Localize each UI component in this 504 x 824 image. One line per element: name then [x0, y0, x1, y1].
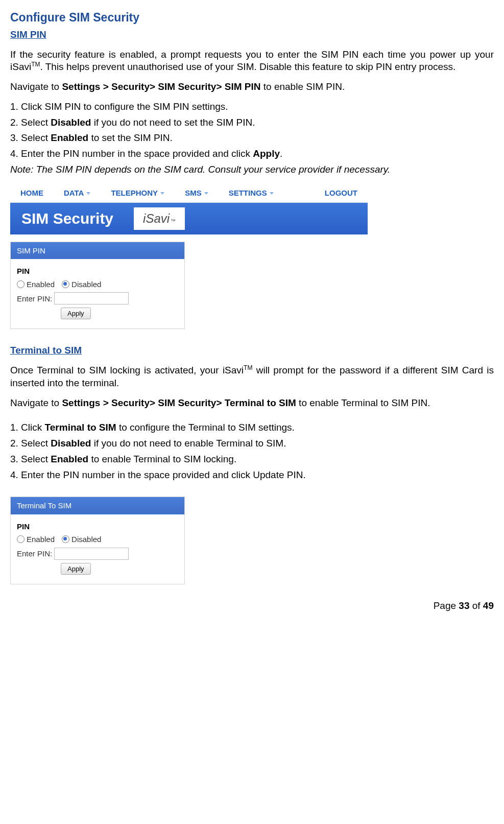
- nav-data[interactable]: DATA: [64, 188, 90, 198]
- panel-body: PIN Enabled Disabled Enter PIN: Apply: [11, 514, 184, 584]
- pin-label: PIN: [17, 266, 178, 276]
- radio-enabled-label: Enabled: [27, 279, 55, 290]
- text: 2. Select: [10, 438, 51, 449]
- text: to enable SIM PIN.: [261, 81, 345, 92]
- isavi-logo: iSavi™: [134, 207, 185, 229]
- pin-label: PIN: [17, 522, 178, 532]
- page-footer: Page 33 of 49: [10, 600, 494, 613]
- t-step-1: 1. Click Terminal to SIM to configure th…: [10, 421, 494, 434]
- nav-logout[interactable]: LOGOUT: [325, 188, 357, 198]
- text-bold: Enabled: [51, 454, 88, 464]
- text: Navigate to: [10, 81, 62, 92]
- t-step-3: 3. Select Enabled to enable Terminal to …: [10, 453, 494, 466]
- text: 3. Select: [10, 454, 51, 464]
- chevron-down-icon: [86, 192, 90, 195]
- chevron-down-icon: [204, 192, 208, 195]
- enter-pin-label: Enter PIN:: [17, 549, 52, 559]
- chevron-down-icon: [160, 192, 164, 195]
- section-sim-pin-heading: SIM PIN: [10, 29, 494, 41]
- panel-body: PIN Enabled Disabled Enter PIN: Apply: [11, 259, 184, 328]
- page-banner: SIM Security iSavi™: [10, 203, 368, 234]
- text: to enable Terminal to SIM PIN.: [296, 397, 430, 408]
- nav-path: Settings > Security> SIM Security> Termi…: [62, 397, 296, 408]
- step-4: 4. Enter the PIN number in the space pro…: [10, 148, 494, 160]
- radio-enabled[interactable]: [17, 280, 25, 288]
- radio-disabled-label: Disabled: [71, 279, 101, 290]
- nav-label: TELEPHONY: [111, 188, 158, 198]
- enter-pin-row: Enter PIN:: [17, 292, 178, 304]
- enter-pin-label: Enter PIN:: [17, 294, 52, 304]
- navbar: HOME DATA TELEPHONY SMS SETTINGS LOGOUT: [10, 183, 368, 203]
- nav-home[interactable]: HOME: [20, 188, 43, 198]
- tm-mark: ™: [171, 218, 176, 224]
- radio-enabled[interactable]: [17, 535, 25, 543]
- nav-label: HOME: [20, 188, 43, 198]
- page-title: Configure SIM Security: [10, 10, 494, 26]
- step-3: 3. Select Enabled to set the SIM PIN.: [10, 132, 494, 145]
- apply-button[interactable]: Apply: [61, 308, 91, 319]
- enter-pin-row: Enter PIN:: [17, 548, 178, 560]
- step-1: 1. Click SIM PIN to configure the SIM PI…: [10, 101, 494, 113]
- nav-label: LOGOUT: [325, 188, 357, 198]
- text-bold: Disabled: [51, 117, 91, 128]
- text: Once Terminal to SIM locking is activate…: [10, 365, 244, 375]
- radio-enabled-label: Enabled: [27, 534, 55, 545]
- screenshot-sim-pin: HOME DATA TELEPHONY SMS SETTINGS LOGOUT …: [10, 183, 494, 329]
- text: Page: [434, 600, 459, 611]
- text: 2. Select: [10, 117, 51, 128]
- sim-pin-intro: If the security feature is enabled, a pr…: [10, 49, 494, 74]
- sim-pin-panel: SIM PIN PIN Enabled Disabled Enter PIN: …: [10, 242, 185, 329]
- banner-title: SIM Security: [10, 208, 113, 228]
- text: if you do not need to set the SIM PIN.: [91, 117, 255, 128]
- nav-label: SETTINGS: [229, 188, 267, 198]
- pin-radio-row: Enabled Disabled: [17, 279, 178, 290]
- pin-radio-row: Enabled Disabled: [17, 534, 178, 545]
- apply-button[interactable]: Apply: [61, 563, 91, 575]
- text-bold: Enabled: [51, 132, 88, 143]
- text: if you do not need to enable Terminal to…: [91, 438, 286, 449]
- pin-input[interactable]: [54, 292, 129, 304]
- sim-pin-note: Note: The SIM PIN depends on the SIM car…: [10, 163, 494, 176]
- text: Navigate to: [10, 397, 62, 408]
- text: to configure the Terminal to SIM setting…: [116, 422, 295, 433]
- text: to enable Terminal to SIM locking.: [88, 454, 236, 464]
- screenshot-terminal: Terminal To SIM PIN Enabled Disabled Ent…: [10, 497, 494, 584]
- radio-disabled[interactable]: [62, 280, 69, 288]
- radio-disabled-label: Disabled: [71, 534, 101, 545]
- nav-path: Settings > Security> SIM Security> SIM P…: [62, 81, 260, 92]
- pin-input[interactable]: [54, 548, 129, 560]
- t-step-4: 4. Enter the PIN number in the space pro…: [10, 469, 494, 482]
- text: . This helps prevent unauthorised use of…: [40, 62, 456, 73]
- logo-text: iSavi: [143, 210, 170, 226]
- terminal-nav: Navigate to Settings > Security> SIM Sec…: [10, 397, 494, 410]
- tm-mark: TM: [244, 364, 252, 371]
- text-bold: Apply: [253, 148, 280, 159]
- sim-pin-nav: Navigate to Settings > Security> SIM Sec…: [10, 81, 494, 93]
- step-2: 2. Select Disabled if you do not need to…: [10, 116, 494, 129]
- text: to set the SIM PIN.: [88, 132, 173, 143]
- text: 4. Enter the PIN number in the space pro…: [10, 148, 253, 159]
- panel-header: Terminal To SIM: [11, 497, 184, 514]
- nav-telephony[interactable]: TELEPHONY: [111, 188, 164, 198]
- nav-label: DATA: [64, 188, 84, 198]
- tm-mark: TM: [31, 61, 40, 68]
- section-terminal-heading: Terminal to SIM: [10, 344, 494, 357]
- text-bold: Disabled: [51, 438, 91, 449]
- nav-label: SMS: [185, 188, 202, 198]
- radio-disabled[interactable]: [62, 535, 69, 543]
- text-bold: Terminal to SIM: [45, 422, 116, 433]
- nav-settings[interactable]: SETTINGS: [229, 188, 274, 198]
- t-step-2: 2. Select Disabled if you do not need to…: [10, 437, 494, 450]
- text: .: [280, 148, 282, 159]
- page-current: 33: [459, 600, 469, 611]
- terminal-panel: Terminal To SIM PIN Enabled Disabled Ent…: [10, 497, 185, 584]
- chevron-down-icon: [270, 192, 274, 195]
- terminal-intro: Once Terminal to SIM locking is activate…: [10, 364, 494, 390]
- text: of: [469, 600, 483, 611]
- text: 1. Click: [10, 422, 45, 433]
- text: 3. Select: [10, 132, 51, 143]
- nav-sms[interactable]: SMS: [185, 188, 208, 198]
- panel-header: SIM PIN: [11, 242, 184, 260]
- page-total: 49: [483, 600, 494, 611]
